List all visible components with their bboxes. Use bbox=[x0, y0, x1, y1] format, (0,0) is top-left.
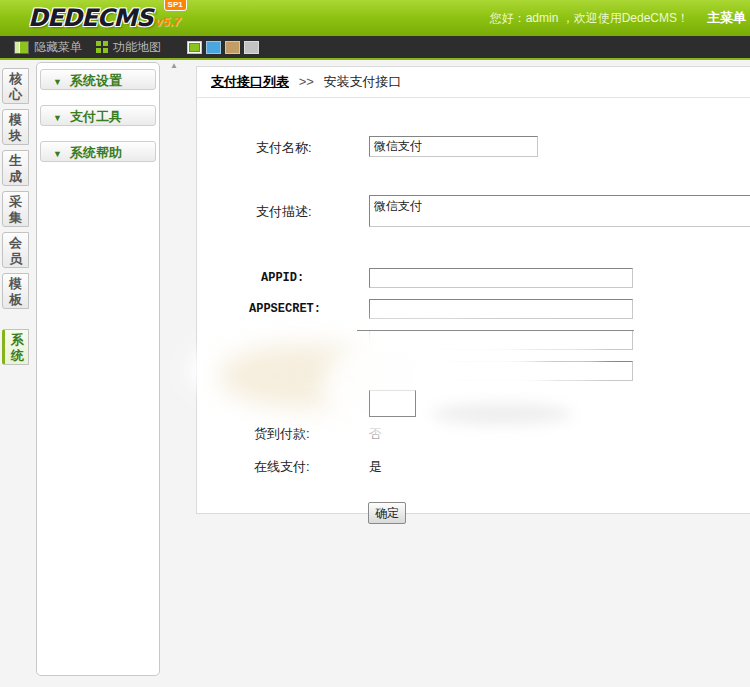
module-tab[interactable]: 生成 bbox=[2, 150, 29, 186]
sidebar-section-title: 支付工具 bbox=[70, 109, 122, 124]
version-label: v5.7 bbox=[155, 11, 180, 33]
sidebar-section: ▼系统帮助 bbox=[37, 141, 159, 174]
redacted-field-1[interactable] bbox=[369, 330, 633, 350]
cod-value: 否 bbox=[369, 425, 382, 443]
logo-text: DEDECMS bbox=[28, 3, 152, 33]
theme-swatch[interactable] bbox=[206, 41, 221, 54]
chevron-down-icon: ▼ bbox=[53, 113, 62, 123]
blur-redaction bbox=[432, 403, 572, 425]
sidebar-section: ▼支付工具 bbox=[37, 105, 159, 138]
theme-swatch[interactable] bbox=[225, 41, 240, 54]
function-map-button[interactable]: 功能地图 bbox=[96, 39, 161, 56]
module-tabstrip: 核心 模块 生成 采集 会员 模板 系统 bbox=[2, 68, 32, 370]
sidebar-section-header[interactable]: ▼支付工具 bbox=[40, 105, 156, 126]
admin-toolbar: 隐藏菜单 功能地图 bbox=[0, 36, 750, 60]
function-map-label: 功能地图 bbox=[113, 39, 161, 56]
module-tab[interactable]: 模板 bbox=[2, 273, 29, 309]
appid-label: APPID: bbox=[261, 271, 304, 285]
sidebar-gap bbox=[37, 132, 159, 138]
breadcrumb-current: 安装支付接口 bbox=[323, 74, 401, 89]
module-tab[interactable]: 系统 bbox=[2, 329, 29, 365]
sidebar-menu: ▼系统设置 ▼支付工具 ▼系统帮助 bbox=[36, 62, 160, 676]
greeting-text: 您好：admin ，欢迎使用DedeCMS！ bbox=[490, 10, 689, 27]
hide-menu-icon bbox=[14, 41, 29, 54]
sidebar-section: ▼系统设置 bbox=[37, 69, 159, 102]
module-tab[interactable]: 核心 bbox=[2, 68, 29, 104]
theme-swatch[interactable] bbox=[187, 41, 202, 54]
sidebar-section-header[interactable]: ▼系统设置 bbox=[40, 69, 156, 90]
hide-menu-button[interactable]: 隐藏菜单 bbox=[14, 39, 82, 56]
partially-hidden-input[interactable] bbox=[369, 390, 416, 417]
theme-swatches bbox=[187, 41, 263, 54]
pay-desc-label: 支付描述: bbox=[256, 203, 312, 221]
pay-name-input[interactable] bbox=[369, 136, 538, 157]
chevron-down-icon: ▼ bbox=[53, 77, 62, 87]
install-payment-form: 支付名称: 支付描述: 微信支付 APPID: APPSECRET: 货到付款:… bbox=[197, 98, 750, 513]
online-pay-value: 是 bbox=[369, 458, 382, 476]
breadcrumb-separator: >> bbox=[299, 74, 314, 89]
cod-label: 货到付款: bbox=[254, 425, 310, 443]
sp1-badge: SP1 bbox=[164, 0, 187, 11]
dedecms-logo: DEDECMS v5.7 SP1 bbox=[28, 3, 181, 33]
module-tab[interactable]: 采集 bbox=[2, 191, 29, 227]
sidebar-gap bbox=[37, 96, 159, 102]
blur-redaction bbox=[219, 344, 394, 408]
redacted-field-2[interactable] bbox=[369, 361, 633, 381]
input-top-border-fragment bbox=[357, 330, 634, 331]
sidebar-section-header[interactable]: ▼系统帮助 bbox=[40, 141, 156, 162]
header-right: 您好：admin ，欢迎使用DedeCMS！ 主菜单 bbox=[490, 9, 746, 27]
theme-swatch[interactable] bbox=[244, 41, 259, 54]
appsecret-input[interactable] bbox=[369, 299, 633, 319]
chevron-down-icon: ▼ bbox=[53, 149, 62, 159]
module-tab[interactable]: 会员 bbox=[2, 232, 29, 268]
hide-menu-label: 隐藏菜单 bbox=[34, 39, 82, 56]
breadcrumb: 支付接口列表 >> 安装支付接口 bbox=[197, 67, 750, 98]
appsecret-label: APPSECRET: bbox=[249, 302, 321, 316]
sidebar-gap bbox=[37, 168, 159, 174]
scroll-up-icon[interactable]: ▲ bbox=[170, 61, 178, 70]
function-map-icon bbox=[96, 41, 108, 53]
pay-name-label: 支付名称: bbox=[256, 139, 312, 157]
online-pay-label: 在线支付: bbox=[254, 458, 310, 476]
pay-desc-textarea[interactable]: 微信支付 bbox=[369, 195, 750, 227]
app-header: DEDECMS v5.7 SP1 您好：admin ，欢迎使用DedeCMS！ … bbox=[0, 0, 750, 37]
sidebar-section-title: 系统帮助 bbox=[70, 145, 122, 160]
module-tab[interactable]: 模块 bbox=[2, 109, 29, 145]
confirm-button[interactable]: 确定 bbox=[368, 502, 406, 524]
main-menu-link[interactable]: 主菜单 bbox=[707, 9, 746, 27]
breadcrumb-link[interactable]: 支付接口列表 bbox=[211, 74, 289, 89]
appid-input[interactable] bbox=[369, 268, 633, 288]
sidebar-section-title: 系统设置 bbox=[70, 73, 122, 88]
content-panel: 支付接口列表 >> 安装支付接口 支付名称: 支付描述: 微信支付 APPID:… bbox=[196, 66, 750, 514]
